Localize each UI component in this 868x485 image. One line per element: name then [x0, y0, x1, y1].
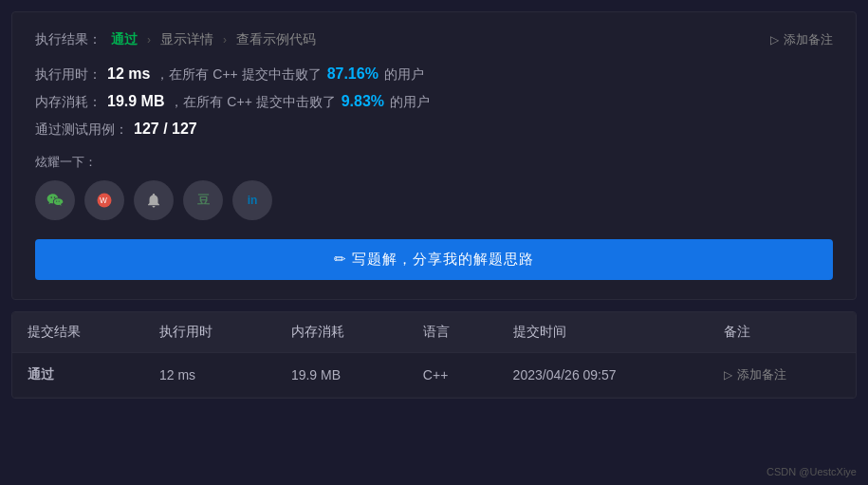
memory-row: 内存消耗： 19.9 MB ，在所有 C++ 提交中击败了 9.83% 的用户: [35, 93, 833, 111]
share-label: 炫耀一下：: [35, 154, 833, 171]
add-note-cell[interactable]: ▷ 添加备注: [724, 366, 840, 383]
write-solution-button[interactable]: ✏ 写题解，分享我的解题思路: [35, 239, 833, 280]
see-example-link[interactable]: 查看示例代码: [236, 31, 316, 48]
add-note-header-button[interactable]: ▷ 添加备注: [770, 31, 833, 48]
col-header-submit-time: 提交时间: [498, 312, 710, 353]
col-header-status: 提交结果: [12, 312, 144, 353]
table-row: 通过12 ms19.9 MBC++2023/04/26 09:57▷ 添加备注: [12, 353, 856, 398]
exec-time-label: 执行用时：: [35, 66, 102, 84]
result-status: 通过: [111, 31, 138, 48]
exec-time-desc1: ，在所有 C++ 提交中击败了: [156, 66, 321, 84]
submissions-table: 提交结果 执行用时 内存消耗 语言 提交时间 备注 通过12 ms19.9 MB…: [12, 312, 856, 398]
mem-desc2: 的用户: [390, 94, 430, 111]
result-label: 执行结果：: [35, 31, 102, 48]
row-exec-time: 12 ms: [144, 353, 276, 398]
exec-time-value: 12 ms: [107, 65, 150, 83]
watermark: CSDN @UestcXiye: [766, 466, 857, 477]
weibo-button[interactable]: W: [84, 180, 124, 220]
row-language: C++: [408, 353, 498, 398]
flag-icon: ▷: [770, 33, 779, 47]
mem-desc1: ，在所有 C++ 提交中击败了: [170, 94, 335, 111]
submissions-table-section: 提交结果 执行用时 内存消耗 语言 提交时间 备注 通过12 ms19.9 MB…: [11, 311, 857, 399]
test-label: 通过测试用例：: [35, 121, 128, 139]
mem-label: 内存消耗：: [35, 94, 102, 111]
separator-2: ›: [223, 33, 227, 47]
row-note[interactable]: ▷ 添加备注: [709, 353, 856, 398]
mem-value: 19.9 MB: [107, 93, 164, 110]
row-submit-time: 2023/04/26 09:57: [498, 353, 710, 398]
show-details-link[interactable]: 显示详情: [160, 31, 213, 48]
exec-time-row: 执行用时： 12 ms ，在所有 C++ 提交中击败了 87.16% 的用户: [35, 65, 833, 84]
table-header-row: 提交结果 执行用时 内存消耗 语言 提交时间 备注: [12, 312, 856, 353]
douban-button[interactable]: 豆: [183, 180, 223, 220]
social-icons-container: W 豆 in: [35, 180, 833, 220]
mem-percent: 9.83%: [342, 93, 384, 110]
row-memory: 19.9 MB: [276, 353, 408, 398]
flag-icon: ▷: [724, 368, 732, 382]
linkedin-button[interactable]: in: [232, 180, 272, 220]
test-value: 127 / 127: [134, 121, 197, 138]
exec-time-desc2: 的用户: [384, 66, 424, 84]
wechat-button[interactable]: [35, 180, 75, 220]
test-pass-row: 通过测试用例： 127 / 127: [35, 121, 833, 139]
result-header: 执行结果： 通过 › 显示详情 › 查看示例代码 ▷ 添加备注: [35, 31, 833, 48]
row-status: 通过: [12, 353, 144, 398]
svg-text:W: W: [100, 196, 107, 205]
separator-1: ›: [147, 33, 151, 47]
col-header-exec-time: 执行用时: [144, 312, 276, 353]
result-card: 执行结果： 通过 › 显示详情 › 查看示例代码 ▷ 添加备注 执行用时： 12…: [11, 11, 857, 300]
exec-time-percent: 87.16%: [327, 65, 379, 83]
col-header-memory: 内存消耗: [276, 312, 408, 353]
col-header-language: 语言: [408, 312, 498, 353]
col-header-note: 备注: [709, 312, 856, 353]
notification-button[interactable]: [134, 180, 174, 220]
